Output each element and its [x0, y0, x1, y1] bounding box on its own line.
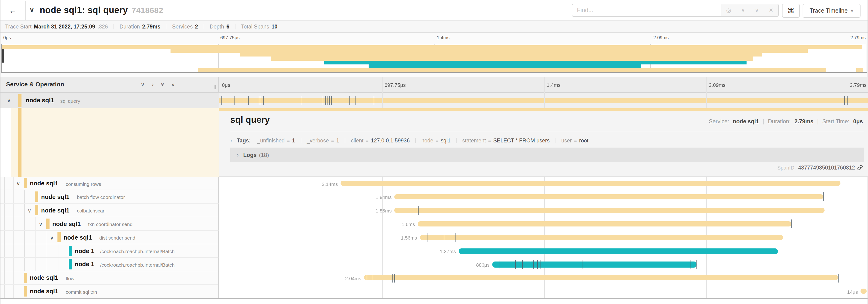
back-button[interactable]: ← — [0, 1, 26, 21]
locate-icon[interactable]: ◎ — [726, 7, 731, 13]
span-bar[interactable] — [420, 235, 783, 240]
tag-key: user — [561, 138, 572, 143]
span-bar[interactable] — [364, 275, 838, 280]
service-name: node sql1 — [41, 193, 69, 200]
span-log-tick — [367, 274, 367, 282]
span-id-row: SpanID: 4877749850101760812 — [777, 165, 863, 170]
tags-list: _unfinished=1_verbose=1client=127.0.0.1:… — [257, 138, 594, 143]
chevron-down-icon[interactable]: ∨ — [7, 98, 11, 104]
clear-find-icon[interactable]: ✕ — [769, 7, 773, 13]
bottom-border — [0, 298, 868, 299]
collapse-all-icon[interactable]: » — [159, 83, 166, 86]
chevron-down-icon[interactable]: ∨ — [17, 181, 20, 187]
tree-row-sql-query[interactable]: ∨ node sql1 sql query — [0, 93, 219, 108]
service-name: node sql1 — [41, 207, 69, 214]
span-log-tick — [540, 260, 541, 269]
span-duration-label: 1.37ms — [440, 248, 456, 254]
span-bar-row-sql-query[interactable] — [219, 93, 868, 108]
span-log-tick — [393, 274, 393, 282]
expand-one-icon[interactable]: › — [152, 81, 154, 88]
span-bar[interactable] — [492, 262, 696, 268]
tag-key: _verbose — [307, 138, 329, 143]
tree-guide-line — [58, 244, 58, 257]
tree-row-batch-flow-coordinator[interactable]: node sql1batch flow coordinator — [0, 190, 219, 204]
span-bar[interactable] — [395, 208, 824, 213]
equals-sign: = — [331, 138, 334, 143]
link-icon[interactable] — [857, 165, 863, 170]
minimap-span-bar — [271, 57, 752, 61]
span-duration-label: 2.04ms — [345, 275, 361, 281]
span-detail-panel: sql query Service:node sql1 | Duration:2… — [219, 108, 868, 177]
service-label: Service: — [709, 118, 729, 125]
detail-left-gutter — [0, 108, 11, 177]
find-input[interactable] — [572, 4, 722, 17]
logs-accordion[interactable]: › Logs (18) — [230, 147, 864, 162]
command-icon: ⌘ — [787, 6, 795, 15]
tree-guide-line — [13, 271, 13, 284]
tree-guide-line — [13, 204, 13, 217]
page-title: node sql1: sql query7418682 — [40, 5, 163, 15]
tree-guide-line — [13, 190, 13, 203]
tree-guide-line — [47, 231, 47, 244]
equals-sign: = — [287, 138, 290, 143]
span-bar[interactable] — [341, 181, 840, 186]
span-log-tick — [696, 260, 696, 269]
summary-value: 2.79ms — [142, 24, 160, 29]
start-time-label: Start Time: — [823, 118, 849, 125]
tree-row--cockroach-roachpb-internal-batch[interactable]: node 1/cockroach.roachpb.Internal/Batch — [0, 244, 219, 258]
minimap-span-bar — [170, 49, 808, 53]
operation-name: colbatchscan — [77, 208, 105, 214]
span-log-tick — [355, 96, 355, 105]
span-log-tick — [533, 260, 534, 269]
span-bar[interactable] — [418, 221, 792, 226]
tag-value: 1 — [336, 138, 339, 143]
span-log-tick — [301, 96, 301, 105]
span-bar[interactable] — [861, 289, 867, 294]
tree-row-txn-coordinator-send[interactable]: ∨node sql1txn coordinator send — [0, 217, 219, 231]
tree-row-commit-sql-txn[interactable]: node sql1commit sql txn — [0, 284, 219, 298]
tree-guide-line — [4, 217, 5, 230]
service-name: node sql1 — [30, 274, 58, 281]
operation-name: dist sender send — [99, 235, 135, 240]
chevron-down-icon[interactable]: ∨ — [39, 221, 42, 227]
tree-row-colbatchscan[interactable]: ∨node sql1colbatchscan — [0, 204, 219, 217]
tree-row--cockroach-roachpb-internal-batch[interactable]: node 1/cockroach.roachpb.Internal/Batch — [0, 258, 219, 271]
back-arrow-icon[interactable]: ← — [9, 6, 17, 15]
title-chevron-down-icon[interactable]: ∨ — [29, 6, 34, 13]
service-name: node sql1 — [30, 288, 58, 295]
span-duration-label: 1.85ms — [376, 208, 392, 214]
prev-result-icon[interactable]: ∧ — [741, 7, 745, 13]
tree-guide-line — [58, 258, 58, 271]
summary-label: Trace Start — [5, 24, 32, 29]
tree-row-flow[interactable]: node sql1flow — [0, 271, 219, 285]
logs-label: Logs — [243, 151, 256, 158]
span-detail-meta: Service:node sql1 | Duration:2.79ms | St… — [709, 118, 863, 125]
span-bar[interactable] — [459, 248, 778, 254]
find-controls: ◎ ∧ ∨ ✕ — [721, 4, 779, 17]
divider — [230, 132, 864, 132]
timeline-tick-label: 0μs — [222, 82, 230, 88]
span-color-accent — [35, 192, 38, 202]
trace-title: node sql1: sql query — [40, 5, 128, 15]
span-bar[interactable] — [395, 194, 823, 199]
chevron-down-icon[interactable]: ∨ — [50, 235, 54, 241]
trace-view-dropdown[interactable]: Trace Timeline ∨ — [803, 4, 861, 18]
tree-row-consuming-rows[interactable]: ∨node sql1consuming rows — [0, 177, 219, 190]
span-log-tick — [583, 260, 583, 269]
tree-row-dist-sender-send[interactable]: ∨node sql1dist sender send — [0, 231, 219, 244]
summary-value: 6 — [226, 24, 229, 29]
span-detail-title: sql query — [230, 115, 270, 125]
collapse-one-icon[interactable]: ∨ — [141, 81, 145, 88]
tree-guide-line — [35, 258, 36, 271]
tag-item: _verbose=1 — [301, 138, 345, 143]
span-duration-label: 1.56ms — [401, 235, 417, 240]
span-bar[interactable] — [219, 98, 868, 103]
keyboard-shortcuts-button[interactable]: ⌘ — [782, 4, 800, 18]
tree-guide-line — [4, 244, 5, 257]
chevron-down-icon[interactable]: ∨ — [28, 208, 31, 214]
minimap-canvas[interactable] — [1, 44, 867, 73]
column-resize-grip[interactable]: ∥ — [214, 85, 216, 89]
tags-accordion[interactable]: › Tags: _unfinished=1_verbose=1client=12… — [230, 136, 594, 145]
expand-all-icon[interactable]: » — [172, 81, 175, 88]
next-result-icon[interactable]: ∨ — [755, 7, 759, 13]
